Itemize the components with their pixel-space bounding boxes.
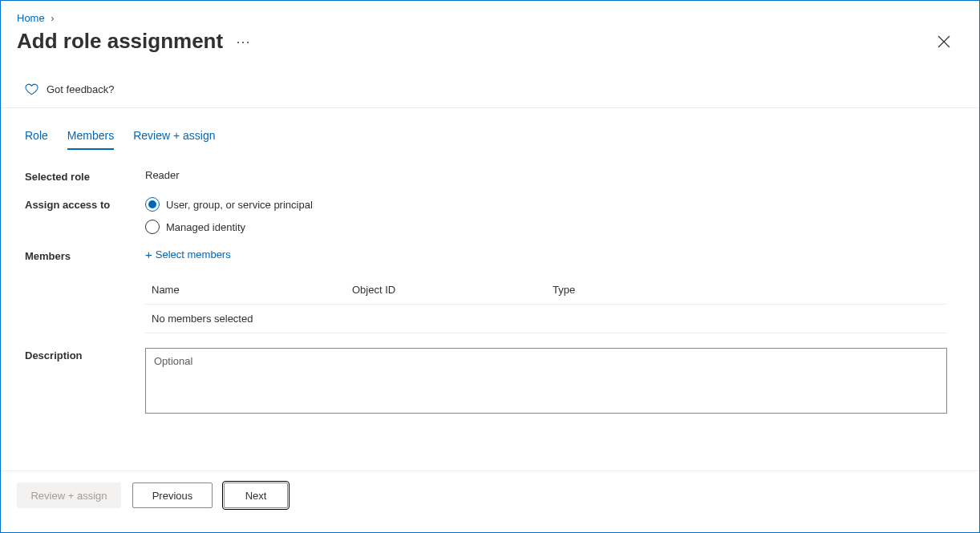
feedback-link[interactable]: Got feedback? (1, 73, 979, 108)
select-members-link[interactable]: + Select members (145, 248, 231, 260)
previous-button[interactable]: Previous (132, 483, 213, 508)
radio-managed-identity[interactable]: Managed identity (145, 220, 955, 234)
horizontal-scrollbar[interactable] (1, 519, 979, 532)
breadcrumb-home-link[interactable]: Home (17, 12, 45, 24)
selected-role-value: Reader (145, 169, 955, 181)
assign-access-label: Assign access to (25, 197, 145, 211)
chevron-right-icon: › (51, 12, 54, 24)
next-button[interactable]: Next (224, 483, 288, 508)
members-table: Name Object ID Type No members selected (145, 276, 947, 333)
radio-user-group-principal[interactable]: User, group, or service principal (145, 197, 955, 212)
footer-actions: Review + assign Previous Next (1, 470, 979, 519)
description-label: Description (25, 348, 145, 361)
members-empty-message: No members selected (152, 313, 352, 325)
tab-role[interactable]: Role (25, 126, 48, 150)
column-header-object-id[interactable]: Object ID (352, 284, 553, 296)
feedback-label: Got feedback? (47, 83, 115, 95)
tab-members[interactable]: Members (67, 126, 114, 150)
radio-unselected-icon (145, 220, 160, 234)
members-label: Members (25, 248, 145, 262)
tab-review-assign[interactable]: Review + assign (133, 126, 215, 150)
close-icon (937, 35, 950, 48)
column-header-name[interactable]: Name (152, 284, 352, 296)
heart-icon (25, 83, 38, 96)
select-members-text: Select members (156, 248, 231, 260)
breadcrumb: Home › (1, 1, 979, 26)
selected-role-label: Selected role (25, 169, 145, 183)
column-header-type[interactable]: Type (553, 284, 941, 296)
radio-selected-icon (145, 197, 160, 212)
description-textarea[interactable] (145, 348, 947, 414)
review-assign-button: Review + assign (17, 483, 121, 508)
close-button[interactable] (933, 30, 955, 53)
radio-managed-label: Managed identity (166, 221, 245, 233)
more-menu-icon[interactable]: ⋯ (233, 30, 254, 54)
plus-icon: + (145, 248, 152, 260)
content-scroll-region[interactable]: Got feedback? Role Members Review + assi… (1, 73, 979, 470)
page-title: Add role assignment (17, 29, 223, 54)
members-table-empty-row: No members selected (145, 304, 947, 333)
radio-user-label: User, group, or service principal (166, 199, 313, 211)
tab-strip: Role Members Review + assign (1, 108, 979, 150)
